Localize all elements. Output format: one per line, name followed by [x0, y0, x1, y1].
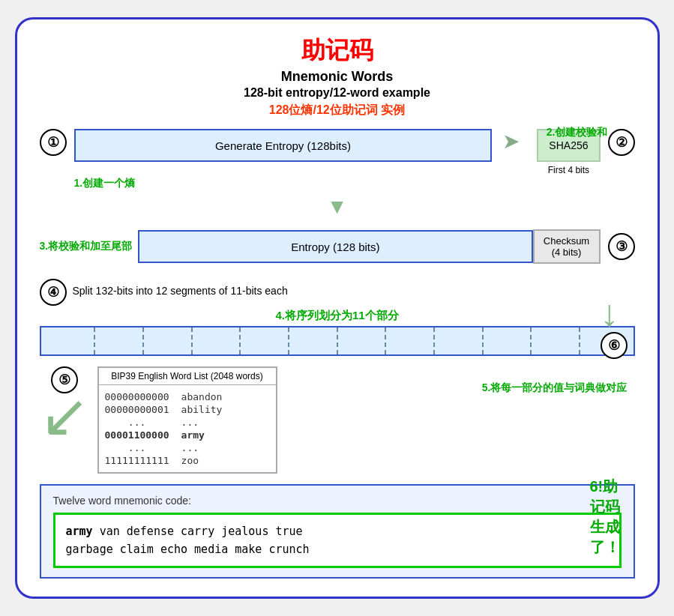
- entropy-box: Generate Entropy (128bits): [74, 129, 493, 162]
- label-step3: 3.将校验和加至尾部: [40, 240, 133, 253]
- arrow-right-icon: ➤: [492, 129, 529, 154]
- output-container: Twelve word mnemonic code: army van defe…: [40, 484, 635, 579]
- binary-row5: ...: [105, 442, 169, 453]
- word-list-wrapper: BIP39 English Word List (2048 words) 000…: [97, 366, 277, 474]
- checksum-text: Checksum(4 bits): [544, 235, 589, 258]
- binary-col: 00000000000 00000000001 ... 00001100000 …: [105, 391, 169, 466]
- step1-circle: ①: [40, 129, 67, 156]
- word-list-container: BIP39 English Word List (2048 words) 000…: [97, 366, 277, 474]
- seg3: [144, 327, 193, 354]
- step3-row: 3.将校验和加至尾部 Entropy (128 bits) Checksum(4…: [40, 229, 635, 264]
- seg11: [532, 327, 580, 354]
- label-step1: 1.创建一个熵: [74, 177, 635, 190]
- subtitle-cn: 128位熵/12位助记词 实例: [40, 103, 635, 118]
- word-row4: army: [181, 429, 223, 441]
- seg5: [241, 327, 289, 354]
- checksum-box: Checksum(4 bits): [533, 229, 601, 264]
- bits-bar: [40, 326, 635, 356]
- word-col: abandon ability ... army ... zoo: [181, 391, 223, 466]
- main-container: 助记码 Mnemonic Words 128-bit entropy/12-wo…: [15, 17, 660, 599]
- seg2: [95, 327, 144, 354]
- binary-row3: ...: [105, 417, 169, 428]
- step6-circle: ⑥: [601, 332, 628, 359]
- seg8: [386, 327, 435, 354]
- step6-area: ↓ ⑥: [601, 295, 628, 359]
- word-row5: ...: [181, 442, 223, 453]
- curved-arrow-down: ↙: [40, 386, 90, 446]
- step5-circle: ⑤: [51, 366, 78, 393]
- mnemonic-box: army van defense carry jealous truegarba…: [53, 513, 622, 568]
- down-arrow1: ▼: [40, 195, 635, 219]
- title-cn: 助记码: [40, 34, 635, 67]
- mnemonic-rest: van defense carry jealous truegarbage cl…: [66, 525, 310, 556]
- word-row3: ...: [181, 417, 223, 428]
- seg9: [435, 327, 484, 354]
- label-step5: 5.将每一部分的值与词典做对应: [482, 381, 628, 395]
- seg4: [193, 327, 241, 354]
- binary-row2: 00000000001: [105, 404, 169, 415]
- step5-left: ⑤ ↙: [40, 366, 90, 446]
- step1-row: 2.创建校验和 ① Generate Entropy (128bits) ➤ S…: [40, 129, 635, 175]
- mnemonic-first-word: army: [66, 525, 93, 538]
- step6-row: Twelve word mnemonic code: army van defe…: [40, 484, 635, 579]
- binary-row1: 00000000000: [105, 391, 169, 402]
- step2-circle: ②: [608, 129, 635, 156]
- word-row2: ability: [181, 404, 223, 415]
- word-list-title: BIP39 English Word List (2048 words): [99, 368, 276, 385]
- seg10: [484, 327, 532, 354]
- seg1: [47, 327, 96, 354]
- entropy128-box: Entropy (128 bits): [138, 230, 532, 263]
- step5-row: ⑤ ↙ BIP39 English Word List (2048 words)…: [40, 366, 635, 474]
- twelve-word-label: Twelve word mnemonic code:: [53, 495, 622, 507]
- seg6: [289, 327, 338, 354]
- curved-arrow-down2: ↓: [601, 295, 628, 332]
- word-list-content: 00000000000 00000000001 ... 00001100000 …: [99, 385, 276, 472]
- label-step4: 4.将序列划分为11个部分: [40, 309, 635, 323]
- binary-row6: 11111111111: [105, 455, 169, 466]
- label-step2: 2.创建校验和: [547, 126, 608, 139]
- step3-circle: ③: [608, 233, 635, 260]
- step4-circle: ④: [40, 279, 67, 306]
- label-step6: 6!助记码生成了！: [590, 477, 620, 558]
- title-en: Mnemonic Words: [40, 69, 635, 85]
- step4-row: ④ Split 132-bits into 12 segments of 11-…: [40, 276, 635, 306]
- first4bits: First 4 bits: [548, 165, 589, 175]
- seg7: [338, 327, 387, 354]
- word-row6: zoo: [181, 455, 223, 466]
- subtitle-en: 128-bit entropy/12-word example: [40, 86, 635, 100]
- binary-row4: 00001100000: [105, 429, 169, 441]
- step4-text: Split 132-bits into 12 segments of 11-bi…: [73, 285, 288, 297]
- word-row1: abandon: [181, 391, 223, 402]
